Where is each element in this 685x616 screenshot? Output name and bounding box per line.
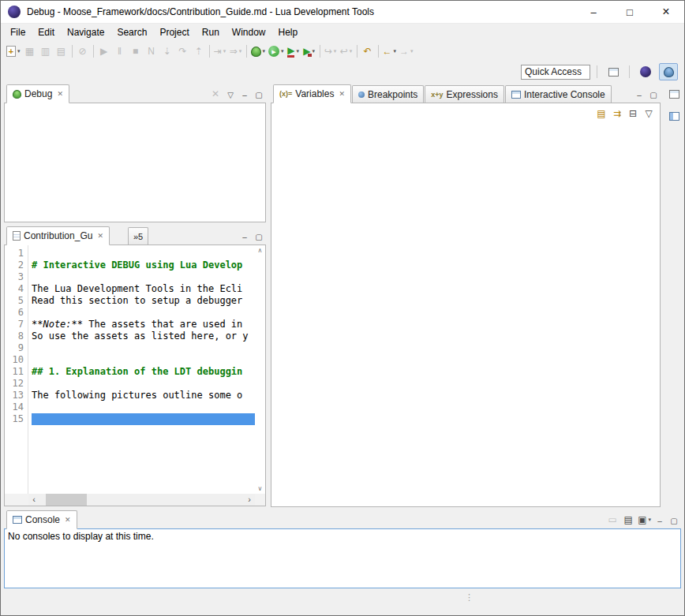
minimize-view-icon[interactable]: –	[653, 513, 667, 528]
menu-file[interactable]: File	[4, 25, 32, 39]
editor-line[interactable]: Read this section to setup a debugger	[32, 295, 255, 307]
dropdown-arrow-icon[interactable]: ▾	[263, 48, 266, 54]
scrollbar-corner	[5, 494, 28, 506]
restore-minimized-layout-icon[interactable]	[666, 109, 682, 123]
quick-access-input[interactable]: Quick Access	[521, 65, 590, 80]
tab-console[interactable]: Console ✕	[6, 510, 77, 529]
variables-toolbar: ▤⇉⊟▽	[593, 105, 657, 122]
menu-help[interactable]: Help	[272, 25, 305, 39]
tab-expressions[interactable]: x+y Expressions	[425, 85, 504, 103]
menu-run[interactable]: Run	[196, 25, 226, 39]
run-icon[interactable]: ▶▾	[267, 43, 286, 60]
last-edit-location-icon[interactable]: ↶	[360, 43, 376, 60]
back-icon[interactable]: ←▾	[381, 43, 399, 60]
editor-text[interactable]: # Interactive DEBUG using Lua DevelopThe…	[28, 245, 255, 494]
sash-handle-icon[interactable]: ⋮	[465, 592, 474, 603]
dropdown-arrow-icon[interactable]: ▾	[334, 48, 337, 54]
show-logical-structures-icon[interactable]: ⇉	[609, 105, 625, 122]
minimize-window-button[interactable]: –	[575, 1, 612, 23]
editor-line[interactable]	[32, 342, 255, 354]
scroll-left-icon[interactable]: ‹	[28, 494, 39, 506]
editor-line[interactable]	[32, 307, 255, 319]
editor-vscrollbar[interactable]: ∧ ∨	[255, 245, 265, 494]
maximize-view-icon[interactable]: ▢	[252, 229, 266, 245]
hscroll-track[interactable]	[39, 494, 244, 506]
profile-icon[interactable]: ▶▾	[286, 43, 301, 60]
editor-line[interactable]: # Interactive DEBUG using Lua Develop	[32, 259, 255, 271]
maximize-view-icon[interactable]: ▢	[646, 87, 661, 103]
dropdown-arrow-icon[interactable]: ▾	[223, 48, 226, 54]
step-return-icon: ⇡	[194, 47, 202, 56]
dropdown-arrow-icon[interactable]: ▾	[410, 48, 414, 54]
editor-line[interactable]	[32, 413, 255, 425]
dropdown-arrow-icon[interactable]: ▾	[312, 48, 315, 54]
close-icon[interactable]: ✕	[97, 232, 103, 240]
dropdown-arrow-icon[interactable]: ▾	[394, 48, 397, 54]
menu-edit[interactable]: Edit	[32, 25, 61, 39]
close-window-button[interactable]: ×	[648, 1, 684, 23]
dropdown-arrow-icon[interactable]: ▾	[17, 48, 21, 54]
editor-line[interactable]: The Lua Development Tools in the Ecli	[32, 283, 255, 295]
hscroll-thumb[interactable]	[46, 494, 87, 506]
view-menu-icon[interactable]: ▽	[223, 87, 238, 103]
open-console-icon[interactable]: ▣▾	[636, 511, 653, 528]
suspend-icon: ‖	[112, 43, 128, 60]
tab-debug[interactable]: Debug ✕	[6, 84, 69, 103]
close-icon[interactable]: ✕	[57, 90, 63, 98]
collapse-all-icon[interactable]: ⊟	[625, 105, 641, 122]
minimize-view-icon[interactable]: –	[238, 87, 252, 103]
remove-all-terminated-icon: ✕	[208, 85, 223, 103]
minimize-view-icon[interactable]: –	[238, 229, 252, 245]
editor-line[interactable]	[32, 354, 255, 366]
dropdown-arrow-icon[interactable]: ▾	[648, 517, 651, 523]
editor-line[interactable]: So use the assets as listed here, or y	[32, 330, 255, 342]
minimize-view-icon[interactable]: –	[632, 87, 646, 103]
dropdown-arrow-icon[interactable]: ▾	[239, 48, 242, 54]
view-menu-icon[interactable]: ▽	[641, 105, 657, 122]
tab-breakpoints[interactable]: Breakpoints	[352, 85, 424, 103]
tab-interactive-console[interactable]: Interactive Console	[505, 85, 612, 103]
menu-navigate[interactable]: Navigate	[61, 25, 110, 39]
external-tools-icon[interactable]: ▶▾	[301, 43, 317, 60]
menu-search[interactable]: Search	[110, 25, 153, 39]
line-number: 9	[5, 342, 24, 354]
editor-line[interactable]	[32, 378, 255, 390]
menu-project[interactable]: Project	[153, 25, 195, 39]
maximize-view-icon[interactable]: ▢	[252, 87, 266, 103]
scroll-down-icon[interactable]: ∨	[258, 485, 263, 492]
editor-gutter[interactable]: 123456789101112131415	[5, 245, 28, 494]
quick-access-row: Quick Access	[1, 62, 684, 82]
show-type-names-icon[interactable]: ▤	[593, 105, 609, 122]
editor-hscrollbar[interactable]: ‹ ›	[28, 494, 255, 506]
menu-window[interactable]: Window	[226, 25, 272, 39]
use-step-filters-icon: ⇒	[230, 47, 238, 56]
editor-line[interactable]	[32, 248, 255, 259]
debug-perspective-icon[interactable]	[659, 63, 678, 80]
ldt-perspective-icon[interactable]	[636, 63, 655, 80]
use-step-filters-icon: ⇒▾	[228, 43, 244, 60]
editor-line[interactable]: **Note:** The assets that are used in	[32, 319, 255, 330]
maximize-window-button[interactable]: □	[612, 1, 648, 23]
new-wizard-icon[interactable]: +▾	[5, 43, 22, 60]
debug-icon[interactable]: ▾	[249, 43, 268, 60]
maximize-view-icon[interactable]: ▢	[667, 513, 681, 528]
editor-overflow-tab[interactable]: »5	[128, 227, 148, 245]
editor-line[interactable]	[32, 271, 255, 283]
tab-contribution-guide[interactable]: Contribution_Gu ✕	[6, 226, 110, 245]
display-selected-console-icon[interactable]: ▤	[620, 511, 636, 528]
editor-line[interactable]	[32, 401, 255, 413]
open-perspective-icon[interactable]	[604, 63, 623, 80]
editor-line[interactable]: The following pictures outline some o	[32, 390, 255, 401]
dropdown-arrow-icon[interactable]: ▾	[350, 48, 353, 54]
scroll-right-icon[interactable]: ›	[244, 494, 255, 506]
debug-icon	[251, 47, 261, 57]
scroll-up-icon[interactable]: ∧	[258, 247, 263, 254]
editor-line[interactable]: ## 1. Explanation of the LDT debuggin	[32, 366, 255, 378]
close-icon[interactable]: ✕	[65, 516, 71, 524]
restore-minimized-view-icon[interactable]	[666, 87, 682, 101]
dropdown-arrow-icon[interactable]: ▾	[296, 48, 299, 54]
tab-variables[interactable]: (x)= Variables ✕	[273, 84, 351, 103]
tab-label: Console	[25, 514, 60, 525]
close-icon[interactable]: ✕	[339, 90, 345, 98]
dropdown-arrow-icon[interactable]: ▾	[281, 48, 284, 54]
